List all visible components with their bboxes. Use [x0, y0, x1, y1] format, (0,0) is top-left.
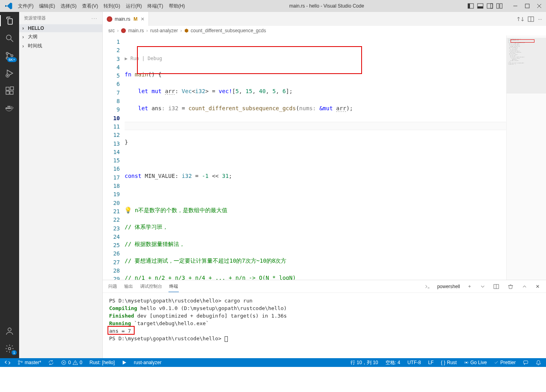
breadcrumb-symbol[interactable]: count_different_subsequence_gcds [191, 28, 266, 33]
toggle-panel-right-icon[interactable] [485, 2, 495, 10]
minimap[interactable]: fn main(){let mut arr=...} const MIN_VAL… [506, 35, 546, 280]
menu-file[interactable]: 文件(F) [16, 1, 36, 11]
split-editor-icon[interactable] [528, 16, 534, 22]
panel-tab-problems[interactable]: 问题 [108, 281, 118, 292]
panel-tab-output[interactable]: 输出 [123, 281, 134, 292]
svg-line-13 [11, 39, 13, 42]
status-cursor-pos[interactable]: 行 10，列 10 [349, 359, 380, 366]
status-language[interactable]: { } Rust [439, 360, 458, 365]
terminal-launch-profile-icon[interactable] [423, 283, 432, 290]
sidebar-more-icon[interactable]: ··· [92, 16, 98, 21]
more-actions-icon[interactable]: ··· [538, 16, 542, 22]
minimap-viewport[interactable] [507, 38, 546, 94]
terminal[interactable]: PS D:\mysetup\gopath\rustcode\hello> car… [103, 293, 546, 358]
tab-close-icon[interactable]: ✕ [141, 16, 145, 22]
tab-filename: main.rs [115, 16, 130, 22]
menu-run[interactable]: 运行(R) [123, 1, 145, 11]
panel-tab-debugcon[interactable]: 调试控制台 [139, 281, 163, 292]
settings-badge: 1 [12, 350, 17, 355]
toggle-panel-bottom-icon[interactable] [476, 2, 485, 10]
svg-rect-1 [468, 4, 470, 8]
run-debug-icon[interactable] [4, 68, 15, 79]
maximize-panel-icon[interactable] [521, 283, 528, 290]
terminal-output-ans: ans = 7 [109, 327, 540, 335]
current-line-highlight [125, 122, 546, 130]
sidebar: 资源管理器 ··· › HELLO › 大纲 › 时间线 [19, 12, 103, 358]
close-panel-icon[interactable]: ✕ [534, 283, 541, 290]
close-icon[interactable] [534, 2, 544, 10]
chevron-right-icon: › [22, 34, 25, 40]
status-run-analyzer[interactable] [120, 360, 128, 365]
svg-rect-20 [10, 91, 13, 94]
timeline-label: 时间线 [28, 43, 42, 49]
kill-terminal-icon[interactable] [506, 283, 515, 290]
lightbulb-icon[interactable]: 💡 [125, 207, 131, 213]
sidebar-header: 资源管理器 ··· [19, 12, 102, 24]
split-terminal-icon[interactable] [492, 283, 501, 290]
bottom-panel: 问题 输出 调试控制台 终端 powershell ＋ ✕ PS D:\myse… [103, 280, 546, 358]
window-title: main.rs - hello - Visual Studio Code [187, 3, 466, 9]
svg-point-39 [466, 362, 467, 363]
source-control-icon[interactable]: 6K+ [4, 50, 15, 61]
status-sync-icon[interactable] [47, 360, 55, 365]
svg-rect-6 [497, 4, 499, 8]
svg-rect-40 [524, 361, 528, 364]
sidebar-timeline[interactable]: › 时间线 [19, 41, 102, 51]
breadcrumb-file[interactable]: main.rs [128, 28, 144, 33]
extensions-icon[interactable] [4, 85, 15, 96]
menu-go[interactable]: 转到(G) [101, 1, 122, 11]
terminal-shell-label[interactable]: powershell [437, 284, 460, 289]
toggle-panel-left-icon[interactable] [466, 2, 476, 10]
menu-edit[interactable]: 编辑(E) [37, 1, 57, 11]
chevron-right-icon: › [180, 28, 182, 33]
status-problems[interactable]: 0 0 [59, 360, 84, 365]
svg-rect-21 [10, 87, 14, 90]
status-encoding[interactable]: UTF-8 [406, 360, 423, 365]
tab-main-rs[interactable]: main.rs M ✕ [103, 12, 149, 26]
status-rust-project[interactable]: Rust: [hello] [88, 360, 116, 365]
minimize-icon[interactable] [511, 2, 520, 10]
chevron-right-icon: › [22, 25, 25, 31]
status-feedback-icon[interactable] [521, 360, 530, 365]
compare-changes-icon[interactable] [517, 16, 524, 22]
status-remote-icon[interactable] [3, 360, 12, 365]
status-analyzer[interactable]: rust-analyzer [132, 360, 163, 365]
line-gutter: 1234567891011121314151617181920212223242… [103, 35, 125, 280]
sidebar-outline[interactable]: › 大纲 [19, 32, 102, 41]
chevron-right-icon: › [117, 28, 119, 33]
editor-area: main.rs M ✕ ··· src › main.rs › rust-ana… [103, 12, 546, 358]
svg-rect-4 [487, 4, 493, 8]
settings-gear-icon[interactable]: 1 [4, 343, 15, 354]
menu-help[interactable]: 帮助(H) [166, 1, 188, 11]
code-editor[interactable]: 1234567891011121314151617181920212223242… [103, 35, 546, 280]
explorer-icon[interactable] [4, 15, 15, 26]
terminal-dropdown-icon[interactable] [479, 284, 486, 289]
docker-icon[interactable] [4, 103, 15, 114]
status-spaces[interactable]: 空格: 4 [384, 359, 402, 366]
panel-tab-terminal[interactable]: 终端 [168, 281, 179, 292]
menu-select[interactable]: 选择(S) [58, 1, 79, 11]
breadcrumbs[interactable]: src › main.rs › rust-analyzer › ⬢ count_… [103, 26, 546, 35]
menu-terminal[interactable]: 终端(T) [145, 1, 165, 11]
new-terminal-icon[interactable]: ＋ [466, 282, 474, 291]
status-golive[interactable]: Go Live [462, 360, 488, 365]
search-icon[interactable] [4, 33, 15, 44]
svg-rect-19 [6, 91, 9, 94]
activity-bar: 6K+ 1 [0, 12, 19, 358]
status-branch[interactable]: master* [16, 360, 43, 365]
scm-badge: 6K+ [7, 57, 17, 62]
breadcrumb-src[interactable]: src [108, 28, 115, 33]
maximize-icon[interactable] [523, 2, 532, 10]
codelens-run-debug[interactable]: ▶ Run | Debug [125, 55, 546, 62]
menu-view[interactable]: 查看(V) [80, 1, 100, 11]
status-bell-icon[interactable] [534, 360, 543, 365]
sidebar-folder[interactable]: › HELLO [19, 24, 102, 32]
code-content[interactable]: ▶ Run | Debug fn main() { let mut arr: V… [125, 35, 546, 280]
status-prettier[interactable]: Prettier [492, 360, 517, 365]
status-eol[interactable]: LF [427, 360, 435, 365]
breadcrumb-analyzer[interactable]: rust-analyzer [150, 28, 178, 33]
accounts-icon[interactable] [4, 326, 15, 337]
svg-rect-5 [491, 4, 493, 8]
customize-layout-icon[interactable] [495, 2, 504, 10]
svg-rect-26 [9, 106, 10, 107]
